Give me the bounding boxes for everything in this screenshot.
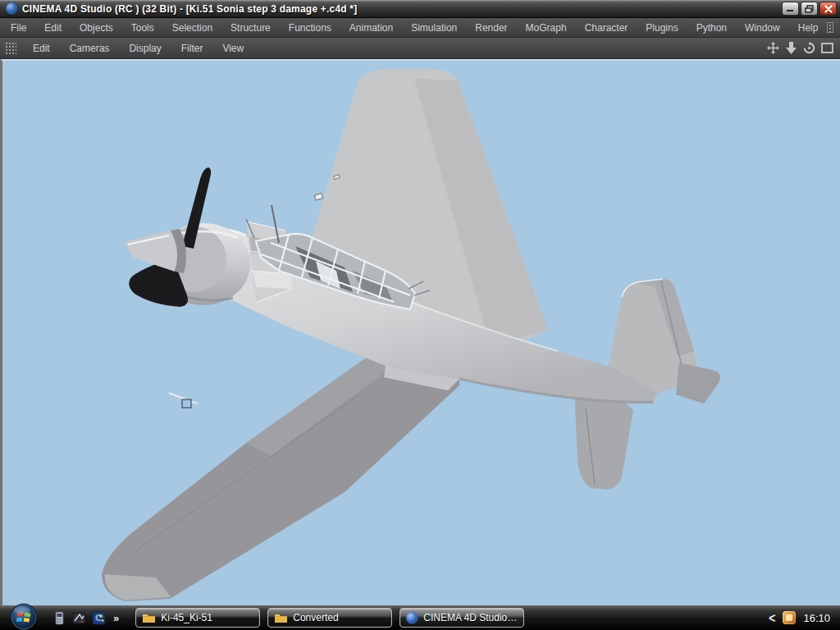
propeller-spinner bbox=[125, 231, 177, 272]
windows-start-orb-icon[interactable] bbox=[10, 603, 38, 630]
task-label: Ki-45_Ki-51 bbox=[161, 612, 212, 623]
viewport-menu-view[interactable]: View bbox=[212, 39, 253, 57]
task-button-cinema4d[interactable]: CINEMA 4D Studio ... bbox=[399, 608, 524, 628]
desktop: CINEMA 4D Studio (RC ) (32 Bit) - [Ki.51… bbox=[0, 0, 840, 630]
system-tray: < 16:10 bbox=[769, 611, 840, 624]
menu-python[interactable]: Python bbox=[687, 19, 736, 37]
menu-functions[interactable]: Functions bbox=[280, 19, 340, 37]
viewport-menu-cameras[interactable]: Cameras bbox=[60, 39, 120, 57]
minimize-button[interactable] bbox=[782, 2, 799, 16]
viewport-menu-filter[interactable]: Filter bbox=[171, 39, 213, 57]
menu-edit[interactable]: Edit bbox=[35, 19, 71, 37]
menu-selection[interactable]: Selection bbox=[163, 19, 221, 37]
app-icon-1[interactable] bbox=[52, 611, 66, 625]
task-button-folder-1[interactable]: Ki-45_Ki-51 bbox=[135, 608, 260, 628]
minimize-icon bbox=[786, 5, 795, 12]
menu-file[interactable]: File bbox=[2, 19, 35, 37]
pan-view-icon[interactable] bbox=[766, 42, 779, 55]
wing-left bbox=[102, 354, 459, 601]
window-title: CINEMA 4D Studio (RC ) (32 Bit) - [Ki.51… bbox=[22, 3, 357, 15]
title-bar[interactable]: CINEMA 4D Studio (RC ) (32 Bit) - [Ki.51… bbox=[0, 0, 840, 18]
drag-handle-icon[interactable] bbox=[5, 42, 16, 55]
menu-objects[interactable]: Objects bbox=[71, 19, 122, 37]
svg-text:C: C bbox=[95, 614, 101, 623]
menu-window[interactable]: Window bbox=[736, 19, 789, 37]
menu-bar: File Edit Objects Tools Selection Struct… bbox=[0, 18, 840, 38]
menu-character[interactable]: Character bbox=[576, 19, 637, 37]
task-label: Converted bbox=[293, 612, 338, 623]
menu-animation[interactable]: Animation bbox=[340, 19, 402, 37]
menu-plugins[interactable]: Plugins bbox=[637, 19, 687, 37]
close-button[interactable] bbox=[819, 2, 837, 16]
rotate-view-icon[interactable] bbox=[802, 42, 815, 55]
toggle-view-icon[interactable] bbox=[820, 42, 833, 55]
viewport-menu-edit[interactable]: Edit bbox=[23, 39, 60, 57]
folder-icon bbox=[274, 612, 288, 623]
menu-help[interactable]: Help bbox=[789, 19, 828, 37]
close-icon bbox=[824, 5, 833, 13]
tray-collapse-chevron[interactable]: < bbox=[769, 609, 775, 625]
menu-mograph[interactable]: MoGraph bbox=[517, 19, 576, 37]
cinema4d-sphere-icon bbox=[6, 2, 18, 15]
task-button-folder-2[interactable]: Converted bbox=[267, 608, 392, 628]
aircraft-3d-model bbox=[2, 61, 840, 605]
app-icon-2[interactable] bbox=[72, 611, 86, 625]
restore-icon bbox=[805, 5, 814, 13]
task-label: CINEMA 4D Studio ... bbox=[423, 612, 518, 623]
task-buttons: Ki-45_Ki-51 Converted CINEMA 4D Studio .… bbox=[135, 608, 524, 628]
app-icon-3[interactable]: C bbox=[92, 611, 106, 625]
3d-viewport[interactable] bbox=[0, 59, 840, 605]
orange-app-tray-icon[interactable] bbox=[783, 611, 796, 624]
taskbar: C » Ki-45_Ki-51 Con bbox=[0, 605, 840, 630]
restore-button[interactable] bbox=[801, 2, 818, 16]
zoom-view-icon[interactable] bbox=[784, 42, 797, 55]
fold-panel-icon[interactable] bbox=[827, 22, 833, 33]
menu-tools[interactable]: Tools bbox=[122, 19, 163, 37]
tail-stabilizer-far bbox=[676, 363, 720, 404]
clock[interactable]: 16:10 bbox=[803, 612, 830, 624]
quick-launch-area: C » bbox=[52, 611, 119, 625]
folder-icon bbox=[142, 612, 156, 623]
quick-launch-overflow-chevron[interactable]: » bbox=[113, 612, 119, 624]
cinema4d-sphere-icon bbox=[406, 612, 418, 624]
viewport-menu-display[interactable]: Display bbox=[119, 39, 171, 57]
menu-simulation[interactable]: Simulation bbox=[402, 19, 466, 37]
menu-render[interactable]: Render bbox=[466, 19, 516, 37]
viewport-menu-bar: Edit Cameras Display Filter View bbox=[0, 38, 840, 59]
menu-structure[interactable]: Structure bbox=[221, 19, 280, 37]
